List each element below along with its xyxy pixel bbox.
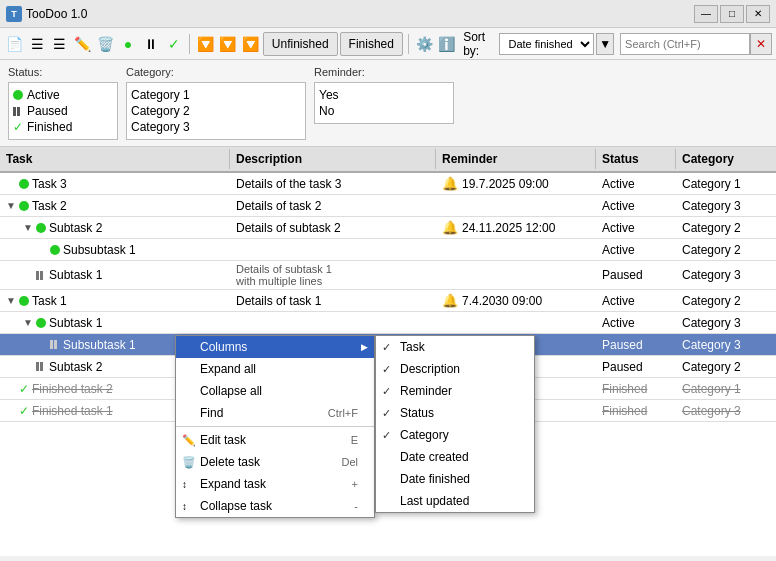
table-row[interactable]: ▼ Task 1 Details of task 1 🔔 7.4.2030 09… [0,290,776,312]
context-menu-edit[interactable]: ✏️ Edit task E [176,429,374,451]
task-status: Active [596,241,676,259]
status-active-item[interactable]: Active [13,87,113,103]
task-name: Task 2 [32,199,67,213]
reminder-time: 19.7.2025 09:00 [462,177,549,191]
active-status-dot [13,90,23,100]
table-row[interactable]: ▼ Subtask 2 Details of subtask 2 🔔 24.11… [0,217,776,239]
task-reminder-cell: 🔔 7.4.2030 09:00 [436,291,596,310]
task-status: Paused [596,336,676,354]
reminder-icon: 🔔 [442,176,458,191]
toolbar-indent-button[interactable]: ☰ [27,32,48,56]
toolbar-outdent-button[interactable]: ☰ [49,32,70,56]
search-clear-button[interactable]: ✕ [750,33,772,55]
context-menu-collapse-all[interactable]: Collapse all [176,380,374,402]
context-menu-collapse-task[interactable]: ↕ Collapse task - [176,495,374,517]
category-1-item[interactable]: Category 1 [131,87,301,103]
reminder-time: 7.4.2030 09:00 [462,294,542,308]
toolbar-filter-active-button[interactable]: 🔽 [217,32,238,56]
finished-filter-button[interactable]: Finished [340,32,403,56]
task-description: Details of subtask 1with multiple lines [230,261,436,289]
task-name-cell: ▶ Subtask 1 [0,266,230,284]
header-status[interactable]: Status [596,149,676,169]
close-button[interactable]: ✕ [746,5,770,23]
toolbar-filter-clear-button[interactable]: 🔽 [240,32,261,56]
toolbar-help-button[interactable]: ℹ️ [436,32,457,56]
sort-select[interactable]: Date finished Date created Name Status C… [499,33,594,55]
col-status-label: Status [400,406,434,420]
col-status[interactable]: ✓ Status [376,402,534,424]
task-status: Paused [596,358,676,376]
col-reminder[interactable]: ✓ Reminder [376,380,534,402]
task-reminder-cell: 🔔 19.7.2025 09:00 [436,174,596,193]
expand-arrow[interactable]: ▼ [6,200,16,211]
col-last-updated[interactable]: ✓ Last updated [376,490,534,512]
col-category-label: Category [400,428,449,442]
col-date-finished[interactable]: ✓ Date finished [376,468,534,490]
task-name: Subtask 1 [49,316,102,330]
expand-task-icon: ↕ [182,479,187,490]
task-status: Finished [596,402,676,420]
context-menu-columns[interactable]: Columns [176,336,374,358]
task-name: Subtask 2 [49,360,102,374]
header-description[interactable]: Description [230,149,436,169]
search-input[interactable] [620,33,750,55]
toolbar-pause-button[interactable]: ⏸ [140,32,161,56]
header-reminder[interactable]: Reminder [436,149,596,169]
table-row[interactable]: ▼ Task 2 Details of task 2 Active Catego… [0,195,776,217]
category-3-item[interactable]: Category 3 [131,119,301,135]
table-row[interactable]: ▶ Task 3 Details of the task 3 🔔 19.7.20… [0,173,776,195]
expand-arrow[interactable]: ▼ [6,295,16,306]
toolbar-edit-button[interactable]: ✏️ [72,32,93,56]
finished-icon: ✓ [19,382,29,396]
col-category[interactable]: ✓ Category [376,424,534,446]
toolbar-separator-1 [189,34,190,54]
context-menu: Columns Expand all Collapse all Find Ctr… [175,335,375,518]
task-name: Subtask 1 [49,268,102,282]
toolbar-finish-button[interactable]: ✓ [163,32,184,56]
toolbar-new-button[interactable]: 📄 [4,32,25,56]
expand-arrow[interactable]: ▼ [23,222,33,233]
context-menu-expand-all[interactable]: Expand all [176,358,374,380]
context-menu-edit-label: Edit task [200,433,246,447]
task-name-cell: ▼ Subtask 2 [0,219,230,237]
table-row[interactable]: ▶ Subsubtask 1 Active Category 2 [0,239,776,261]
context-menu-expand-all-label: Expand all [200,362,256,376]
expand-arrow[interactable]: ▼ [23,317,33,328]
unfinished-filter-button[interactable]: Unfinished [263,32,338,56]
toolbar-settings-button[interactable]: ⚙️ [414,32,435,56]
col-date-created[interactable]: ✓ Date created [376,446,534,468]
status-finished-item[interactable]: ✓ Finished [13,119,113,135]
table-row[interactable]: ▶ Subtask 1 Details of subtask 1with mul… [0,261,776,290]
reminder-yes-item[interactable]: Yes [319,87,449,103]
col-description[interactable]: ✓ Description [376,358,534,380]
check-description: ✓ [382,363,391,376]
maximize-button[interactable]: □ [720,5,744,23]
reminder-no-item[interactable]: No [319,103,449,119]
task-category: Category 2 [676,292,776,310]
context-menu-delete[interactable]: 🗑️ Delete task Del [176,451,374,473]
context-menu-separator [176,426,374,427]
category-2-item[interactable]: Category 2 [131,103,301,119]
minimize-button[interactable]: — [694,5,718,23]
task-reminder-cell [436,273,596,277]
context-menu-expand-task[interactable]: ↕ Expand task + [176,473,374,495]
table-row[interactable]: ▼ Subtask 1 Active Category 3 [0,312,776,334]
context-menu-collapse-task-label: Collapse task [200,499,272,513]
task-name-cell: ▼ Task 1 [0,292,230,310]
task-name: Task 3 [32,177,67,191]
toolbar-filter-button[interactable]: 🔽 [195,32,216,56]
task-status-dot [36,318,46,328]
col-task[interactable]: ✓ Task [376,336,534,358]
task-status-dot [36,223,46,233]
context-menu-find[interactable]: Find Ctrl+F [176,402,374,424]
status-paused-item[interactable]: Paused [13,103,113,119]
toolbar-delete-button[interactable]: 🗑️ [95,32,116,56]
task-status: Active [596,292,676,310]
header-category[interactable]: Category [676,149,776,169]
task-category: Category 2 [676,219,776,237]
header-task[interactable]: Task [0,149,230,169]
toolbar-active-button[interactable]: ● [118,32,139,56]
sort-direction-button[interactable]: ▼ [596,33,614,55]
paused-icon [36,270,46,280]
col-task-label: Task [400,340,425,354]
